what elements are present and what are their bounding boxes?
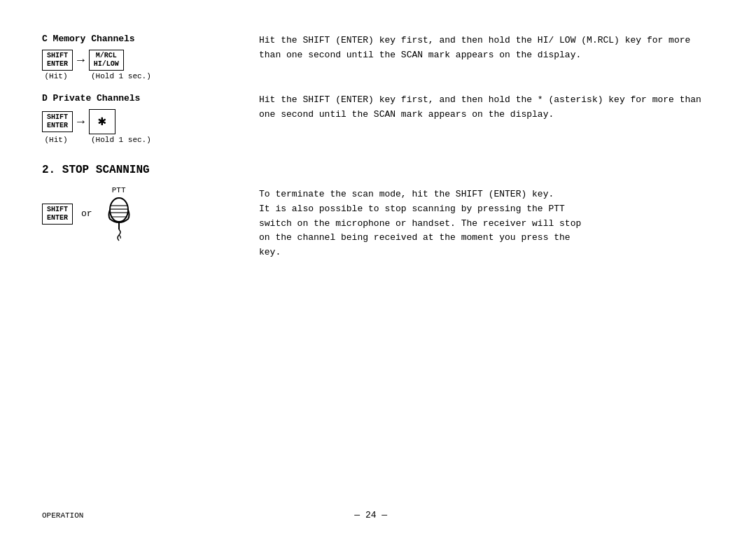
stop-desc-line2: It is also possible to stop scanning by … [259,202,714,217]
stop-scanning-left: 2. STOP SCANNING SHIFT ENTER or PTT [42,164,259,260]
c-hit-caption: (Hit) [42,72,70,80]
section-c-label: C Memory Channels [42,34,259,44]
stop-desc-line5: key. [259,246,714,260]
footer-left-text: OPERATION [42,511,83,520]
section-d-captions: (Hit) (Hold 1 sec.) [42,136,259,144]
section-d-key1-group: SHIFT ENTER [42,111,73,132]
section-c-left: C Memory Channels SHIFT ENTER → M/RCL HI… [42,34,259,80]
section-c-key1-group: SHIFT ENTER [42,50,73,71]
page: C Memory Channels SHIFT ENTER → M/RCL HI… [0,0,756,540]
stop-desc-line3: switch on the microphone or handset. The… [259,217,714,232]
section-d-row: D Private Channels SHIFT ENTER → ✱ (Hit) [42,93,714,144]
stop-diagram: SHIFT ENTER or PTT [42,186,259,241]
d-hit-caption: (Hit) [42,136,70,144]
shift-enter-key-stop: SHIFT ENTER [42,204,73,225]
footer: OPERATION — 24 — [42,510,714,520]
section-c-key2-group: M/RCL HI/LOW [89,50,124,71]
mrcl-hilow-key: M/RCL HI/LOW [89,50,124,71]
stop-desc-line1: To terminate the scan mode, hit the SHIF… [259,187,714,202]
section-d-description: Hit the SHIFT (ENTER) key first, and the… [259,93,714,144]
section-d-diagram: SHIFT ENTER → ✱ [42,109,259,134]
microphone-icon [101,196,137,241]
section-c-diagram: SHIFT ENTER → M/RCL HI/LOW [42,50,259,71]
footer-page-number: — 24 — [354,510,387,520]
stop-desc-line4: on the channel being received at the mom… [259,231,714,246]
stop-key-group: SHIFT ENTER [42,204,73,225]
svg-point-0 [110,198,128,222]
shift-enter-key-c: SHIFT ENTER [42,50,73,71]
arrow-d: → [77,115,85,128]
stop-scanning-title: 2. STOP SCANNING [42,164,259,176]
ptt-label: PTT [112,186,126,194]
c-hold-caption: (Hold 1 sec.) [91,72,151,80]
section-c-row: C Memory Channels SHIFT ENTER → M/RCL HI… [42,34,714,80]
stop-description: To terminate the scan mode, hit the SHIF… [259,164,714,260]
section-d-key2-group: ✱ [89,109,115,134]
stop-scanning-section: 2. STOP SCANNING SHIFT ENTER or PTT [42,164,714,260]
microphone-container: PTT [101,186,137,241]
section-d-left: D Private Channels SHIFT ENTER → ✱ (Hit) [42,93,259,144]
section-d-label: D Private Channels [42,93,259,104]
asterisk-key: ✱ [89,109,115,134]
section-c-description: Hit the SHIFT (ENTER) key first, and the… [259,34,714,80]
arrow-c: → [77,54,85,66]
d-hold-caption: (Hold 1 sec.) [91,136,151,144]
section-c-captions: (Hit) (Hold 1 sec.) [42,72,259,80]
shift-enter-key-d: SHIFT ENTER [42,111,73,132]
content-area: C Memory Channels SHIFT ENTER → M/RCL HI… [42,34,714,260]
or-label: or [81,208,92,219]
